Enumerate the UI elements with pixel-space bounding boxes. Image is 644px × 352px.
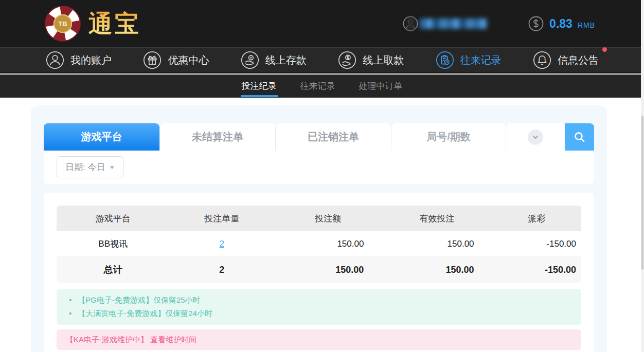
date-filter-row: 日期: 今日 ▼ bbox=[44, 151, 594, 184]
cell-valid-bet: 150.00 bbox=[382, 231, 492, 257]
balance-amount: 0.83 bbox=[549, 17, 573, 31]
cell-bet-count: 2 bbox=[169, 231, 274, 257]
page: TB 通宝 bbox=[0, 0, 644, 352]
wallet-balance[interactable]: 0.83 RMB bbox=[528, 15, 595, 32]
subnav-tab-bet-records[interactable]: 投注纪录 bbox=[241, 75, 278, 98]
date-filter-label: 日期: 今日 bbox=[65, 161, 105, 173]
poker-chip-logo-icon: TB bbox=[44, 5, 81, 42]
coin-dollar-icon bbox=[528, 15, 544, 32]
subnav-label: 往来记录 bbox=[300, 80, 335, 92]
bell-icon bbox=[532, 50, 552, 70]
tab-unsettled-bets[interactable]: 未结算注单 bbox=[159, 123, 275, 151]
nav-item-deposit[interactable]: 线上存款 bbox=[240, 50, 307, 70]
chevron-down-button[interactable] bbox=[528, 129, 543, 145]
total-payout: -150.00 bbox=[492, 257, 581, 283]
nav-label: 线上取款 bbox=[363, 53, 404, 67]
round-number-cell bbox=[391, 123, 506, 151]
cell-payout: -150.00 bbox=[492, 231, 581, 257]
content-container: 游戏平台 未结算注单 已注销注单 bbox=[31, 105, 607, 352]
brand-name: 通宝 bbox=[88, 8, 141, 40]
filter-card: 游戏平台 未结算注单 已注销注单 bbox=[44, 123, 594, 184]
withdraw-icon bbox=[337, 50, 357, 70]
tab-label: 未结算注单 bbox=[192, 130, 243, 144]
nav-item-withdraw[interactable]: 线上取款 bbox=[337, 50, 404, 70]
bet-count-link[interactable]: 2 bbox=[220, 239, 224, 249]
maintenance-notice-text: 【KA电子-游戏维护中】 bbox=[66, 335, 148, 344]
col-header-payout: 派彩 bbox=[492, 206, 581, 231]
balance-currency: RMB bbox=[578, 18, 595, 29]
deposit-icon bbox=[240, 50, 260, 70]
bet-summary-table: 游戏平台 投注单量 投注额 有效投注 派彩 BB视讯 2 150.00 bbox=[57, 206, 581, 283]
total-bet-amount: 150.00 bbox=[274, 257, 382, 283]
info-notice-line: 【PG电子-免费游戏】仅保留25小时 bbox=[66, 293, 572, 307]
nav-label: 优惠中心 bbox=[168, 53, 209, 67]
subnav-label: 投注纪录 bbox=[242, 80, 277, 92]
main-nav: 我的账户 优惠中心 bbox=[0, 47, 644, 73]
round-number-input[interactable] bbox=[391, 123, 506, 151]
tab-cancelled-bets[interactable]: 已注销注单 bbox=[275, 123, 391, 151]
total-valid-bet: 150.00 bbox=[382, 257, 492, 283]
top-header: TB 通宝 bbox=[0, 0, 644, 47]
svg-text:TB: TB bbox=[58, 20, 67, 28]
table-total-row: 总计 2 150.00 150.00 -150.00 bbox=[57, 257, 581, 283]
nav-item-transaction-records[interactable]: 往来记录 bbox=[435, 50, 502, 70]
col-header-bet-count: 投注单量 bbox=[169, 206, 274, 231]
nav-label: 我的账户 bbox=[70, 53, 112, 67]
sub-nav: 投注纪录 往来记录 处理中订单 bbox=[0, 75, 644, 98]
nav-label: 往来记录 bbox=[460, 53, 502, 67]
blur-smudge bbox=[407, 17, 415, 30]
table-row: BB视讯 2 150.00 150.00 -150.00 bbox=[57, 231, 581, 257]
vertical-scrollbar bbox=[641, 0, 644, 352]
total-bet-count: 2 bbox=[169, 257, 274, 283]
user-circle-icon bbox=[45, 50, 65, 70]
subnav-tab-processing-orders[interactable]: 处理中订单 bbox=[358, 75, 404, 98]
col-header-bet-amount: 投注额 bbox=[274, 206, 382, 231]
tab-game-platform[interactable]: 游戏平台 bbox=[44, 123, 159, 151]
nav-item-announcements[interactable]: 信息公告 bbox=[532, 50, 599, 70]
table-header-row: 游戏平台 投注单量 投注额 有效投注 派彩 bbox=[57, 206, 581, 231]
maintenance-notice-box: 【KA电子-游戏维护中】 查看维护时间 bbox=[57, 329, 581, 350]
nav-label: 信息公告 bbox=[558, 53, 599, 67]
col-header-valid-bet: 有效投注 bbox=[382, 206, 492, 231]
search-icon bbox=[573, 131, 586, 144]
subnav-tab-transaction-records[interactable]: 往来记录 bbox=[299, 75, 336, 98]
gift-icon bbox=[142, 50, 162, 70]
info-notice-box: 【PG电子-免费游戏】仅保留25小时 【大满贯电子-免费游戏】仅保留24小时 bbox=[57, 289, 581, 325]
notification-badge-dot bbox=[602, 47, 607, 52]
records-icon bbox=[435, 50, 455, 70]
tab-label: 已注销注单 bbox=[308, 130, 359, 144]
report-card: 游戏平台 投注单量 投注额 有效投注 派彩 BB视讯 2 150.00 bbox=[44, 193, 594, 352]
user-account-chip[interactable] bbox=[402, 15, 488, 32]
col-header-platform: 游戏平台 bbox=[57, 206, 169, 231]
username-blurred bbox=[420, 18, 488, 29]
info-notice-line: 【大满贯电子-免费游戏】仅保留24小时 bbox=[66, 307, 572, 320]
nav-item-promotions[interactable]: 优惠中心 bbox=[142, 50, 209, 70]
nav-item-my-account[interactable]: 我的账户 bbox=[45, 50, 112, 70]
tab-label: 游戏平台 bbox=[81, 130, 122, 144]
total-label: 总计 bbox=[57, 257, 169, 283]
nav-label: 线上存款 bbox=[265, 53, 307, 67]
scrollbar-thumb[interactable] bbox=[641, 116, 643, 270]
cell-bet-amount: 150.00 bbox=[274, 231, 382, 257]
brand-logo[interactable]: TB 通宝 bbox=[44, 5, 141, 42]
caret-down-icon: ▼ bbox=[109, 164, 116, 170]
cell-platform: BB视讯 bbox=[57, 231, 169, 257]
header-right: 0.83 RMB bbox=[402, 15, 595, 32]
search-button[interactable] bbox=[565, 123, 594, 151]
date-filter-button[interactable]: 日期: 今日 ▼ bbox=[57, 156, 123, 178]
maintenance-schedule-link[interactable]: 查看维护时间 bbox=[150, 335, 196, 344]
expand-cell bbox=[506, 123, 565, 151]
filter-tab-row: 游戏平台 未结算注单 已注销注单 bbox=[44, 123, 594, 151]
subnav-label: 处理中订单 bbox=[359, 80, 403, 92]
